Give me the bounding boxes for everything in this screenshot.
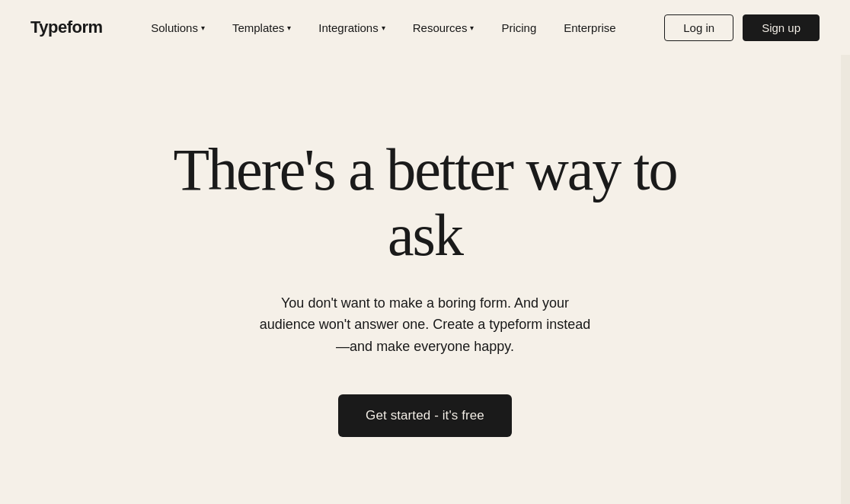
nav-item-solutions[interactable]: Solutions ▾	[140, 15, 216, 40]
nav-label-solutions: Solutions	[151, 21, 198, 34]
chevron-down-icon: ▾	[201, 24, 205, 32]
hero-section: There's a better way to ask You don't wa…	[0, 55, 850, 504]
nav-item-resources[interactable]: Resources ▾	[402, 15, 485, 40]
nav-item-enterprise[interactable]: Enterprise	[553, 15, 626, 40]
nav-label-templates: Templates	[232, 21, 284, 34]
nav-item-templates[interactable]: Templates ▾	[222, 15, 302, 40]
signup-button[interactable]: Sign up	[743, 14, 820, 41]
nav-item-pricing[interactable]: Pricing	[491, 15, 547, 40]
nav-label-pricing: Pricing	[501, 21, 536, 34]
main-nav: Typeform Solutions ▾ Templates ▾ Integra…	[0, 0, 850, 55]
logo[interactable]: Typeform	[30, 18, 103, 37]
nav-links: Solutions ▾ Templates ▾ Integrations ▾ R…	[140, 15, 626, 40]
chevron-down-icon: ▾	[382, 24, 385, 32]
nav-item-integrations[interactable]: Integrations ▾	[308, 15, 395, 40]
cta-button[interactable]: Get started - it's free	[338, 394, 512, 437]
nav-label-resources: Resources	[413, 21, 468, 34]
login-button[interactable]: Log in	[664, 14, 733, 41]
chevron-down-icon: ▾	[287, 24, 291, 32]
hero-title: There's a better way to ask	[158, 137, 692, 268]
hero-subtitle: You don't want to make a boring form. An…	[257, 292, 593, 358]
scrollbar[interactable]	[841, 0, 850, 504]
nav-label-integrations: Integrations	[318, 21, 378, 34]
chevron-down-icon: ▾	[470, 24, 474, 32]
nav-label-enterprise: Enterprise	[564, 21, 615, 34]
nav-actions: Log in Sign up	[664, 14, 820, 41]
